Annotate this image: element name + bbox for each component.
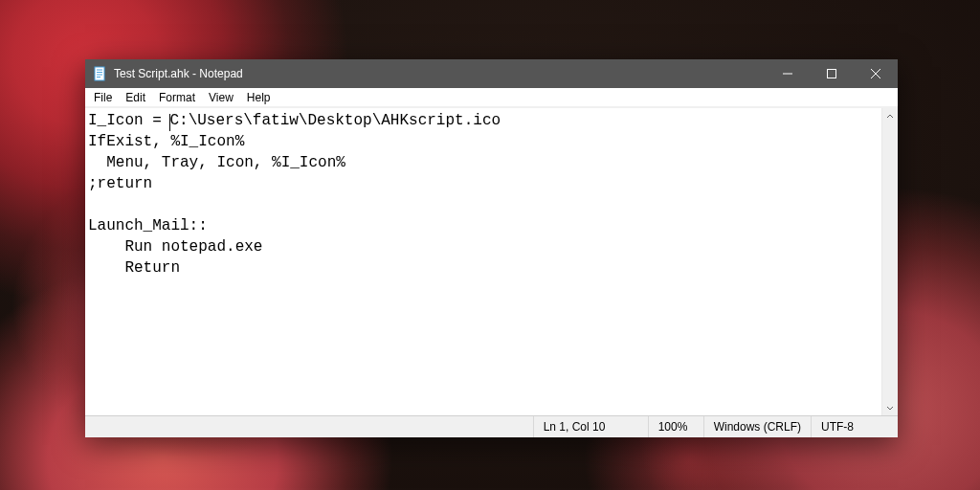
text-caret: [169, 114, 170, 131]
close-icon: [871, 69, 880, 78]
menu-view[interactable]: View: [202, 90, 240, 105]
minimize-icon: [783, 69, 792, 78]
menubar: File Edit Format View Help: [85, 88, 898, 107]
notepad-window: Test Script.ahk - Notepad File Edit Form…: [85, 59, 898, 437]
vertical-scrollbar[interactable]: [881, 108, 898, 415]
minimize-button[interactable]: [766, 59, 810, 88]
text-editor[interactable]: I_Icon = C:\Users\fatiw\Desktop\AHKscrip…: [85, 108, 881, 415]
window-title: Test Script.ahk - Notepad: [114, 67, 766, 80]
titlebar[interactable]: Test Script.ahk - Notepad: [85, 59, 898, 88]
menu-file[interactable]: File: [87, 90, 119, 105]
status-cursor-position: Ln 1, Col 10: [534, 416, 649, 437]
status-line-ending: Windows (CRLF): [704, 416, 812, 437]
chevron-down-icon: [886, 404, 894, 412]
notepad-icon: [92, 66, 107, 81]
scroll-down-arrow[interactable]: [882, 399, 898, 415]
scroll-up-arrow[interactable]: [882, 108, 898, 124]
svg-rect-6: [828, 70, 836, 78]
editor-area: I_Icon = C:\Users\fatiw\Desktop\AHKscrip…: [85, 107, 898, 415]
chevron-up-icon: [886, 113, 894, 121]
status-zoom: 100%: [649, 416, 704, 437]
statusbar: Ln 1, Col 10 100% Windows (CRLF) UTF-8: [85, 415, 898, 437]
app-icon: [85, 66, 114, 81]
svg-rect-0: [95, 67, 104, 80]
menu-help[interactable]: Help: [240, 90, 278, 105]
close-button[interactable]: [854, 59, 898, 88]
menu-format[interactable]: Format: [152, 90, 202, 105]
statusbar-spacer: [85, 416, 534, 437]
scrollbar-track[interactable]: [882, 124, 898, 399]
maximize-icon: [827, 69, 836, 78]
editor-text-after-caret: C:\Users\fatiw\Desktop\AHKscript.ico IfE…: [88, 112, 501, 277]
menu-edit[interactable]: Edit: [119, 90, 152, 105]
editor-text-before-caret: I_Icon =: [88, 112, 170, 129]
status-encoding: UTF-8: [812, 416, 898, 437]
maximize-button[interactable]: [810, 59, 854, 88]
window-controls: [766, 59, 898, 88]
